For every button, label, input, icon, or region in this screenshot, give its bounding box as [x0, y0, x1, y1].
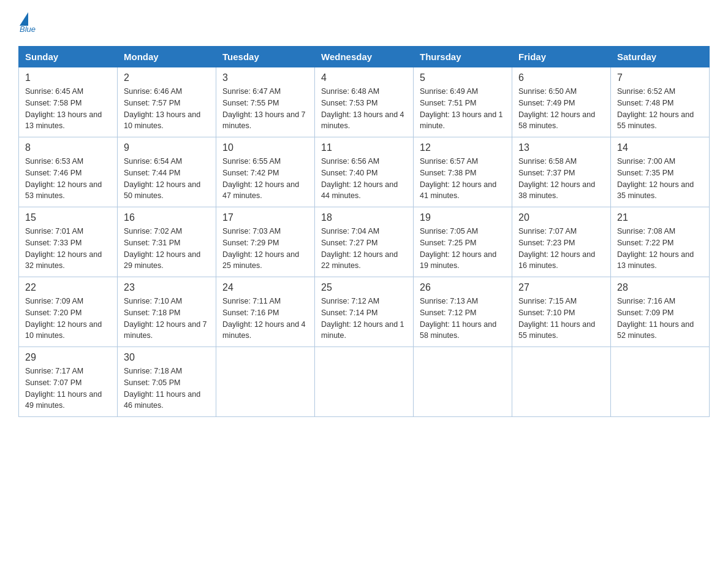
day-number: 22 — [25, 282, 111, 293]
day-info: Sunrise: 6:57 AMSunset: 7:38 PMDaylight:… — [420, 156, 506, 202]
day-info: Sunrise: 7:12 AMSunset: 7:14 PMDaylight:… — [321, 296, 407, 342]
day-cell: 10Sunrise: 6:55 AMSunset: 7:42 PMDayligh… — [216, 137, 315, 207]
day-cell: 4Sunrise: 6:48 AMSunset: 7:53 PMDaylight… — [315, 67, 414, 137]
day-cell: 6Sunrise: 6:50 AMSunset: 7:49 PMDaylight… — [512, 67, 611, 137]
day-cell: 29Sunrise: 7:17 AMSunset: 7:07 PMDayligh… — [19, 347, 118, 417]
day-info: Sunrise: 7:08 AMSunset: 7:22 PMDaylight:… — [617, 226, 703, 272]
day-number: 10 — [222, 142, 308, 153]
day-cell: 27Sunrise: 7:15 AMSunset: 7:10 PMDayligh… — [512, 277, 611, 347]
day-cell: 12Sunrise: 6:57 AMSunset: 7:38 PMDayligh… — [414, 137, 512, 207]
day-info: Sunrise: 7:02 AMSunset: 7:31 PMDaylight:… — [124, 226, 210, 272]
header-saturday: Saturday — [611, 47, 710, 67]
day-info: Sunrise: 6:56 AMSunset: 7:40 PMDaylight:… — [321, 156, 407, 202]
day-number: 24 — [222, 282, 308, 293]
day-number: 20 — [518, 212, 604, 223]
week-row-2: 8Sunrise: 6:53 AMSunset: 7:46 PMDaylight… — [19, 137, 710, 207]
day-info: Sunrise: 7:15 AMSunset: 7:10 PMDaylight:… — [518, 296, 604, 342]
day-info: Sunrise: 6:53 AMSunset: 7:46 PMDaylight:… — [25, 156, 111, 202]
day-number: 18 — [321, 212, 407, 223]
calendar-table: SundayMondayTuesdayWednesdayThursdayFrid… — [18, 46, 710, 417]
week-row-5: 29Sunrise: 7:17 AMSunset: 7:07 PMDayligh… — [19, 347, 710, 417]
day-number: 28 — [617, 282, 703, 293]
day-info: Sunrise: 7:11 AMSunset: 7:16 PMDaylight:… — [222, 296, 308, 342]
day-info: Sunrise: 7:10 AMSunset: 7:18 PMDaylight:… — [124, 296, 210, 342]
day-info: Sunrise: 6:50 AMSunset: 7:49 PMDaylight:… — [518, 86, 604, 132]
day-info: Sunrise: 6:52 AMSunset: 7:48 PMDaylight:… — [617, 86, 703, 132]
day-cell: 28Sunrise: 7:16 AMSunset: 7:09 PMDayligh… — [611, 277, 710, 347]
day-info: Sunrise: 7:07 AMSunset: 7:23 PMDaylight:… — [518, 226, 604, 272]
calendar-header: SundayMondayTuesdayWednesdayThursdayFrid… — [19, 47, 710, 67]
day-number: 25 — [321, 282, 407, 293]
day-info: Sunrise: 6:58 AMSunset: 7:37 PMDaylight:… — [518, 156, 604, 202]
day-number: 19 — [420, 212, 506, 223]
day-cell: 7Sunrise: 6:52 AMSunset: 7:48 PMDaylight… — [611, 67, 710, 137]
day-number: 3 — [222, 72, 308, 83]
day-number: 30 — [124, 352, 210, 363]
day-cell: 23Sunrise: 7:10 AMSunset: 7:18 PMDayligh… — [118, 277, 216, 347]
header-thursday: Thursday — [414, 47, 512, 67]
day-cell: 21Sunrise: 7:08 AMSunset: 7:22 PMDayligh… — [611, 207, 710, 277]
day-cell: 2Sunrise: 6:46 AMSunset: 7:57 PMDaylight… — [118, 67, 216, 137]
day-info: Sunrise: 7:18 AMSunset: 7:05 PMDaylight:… — [124, 366, 210, 412]
day-info: Sunrise: 6:47 AMSunset: 7:55 PMDaylight:… — [222, 86, 308, 132]
day-cell: 19Sunrise: 7:05 AMSunset: 7:25 PMDayligh… — [414, 207, 512, 277]
day-number: 9 — [124, 142, 210, 153]
day-cell: 18Sunrise: 7:04 AMSunset: 7:27 PMDayligh… — [315, 207, 414, 277]
day-cell: 11Sunrise: 6:56 AMSunset: 7:40 PMDayligh… — [315, 137, 414, 207]
day-number: 17 — [222, 212, 308, 223]
day-info: Sunrise: 7:04 AMSunset: 7:27 PMDaylight:… — [321, 226, 407, 272]
logo-text — [18, 12, 29, 26]
header-friday: Friday — [512, 47, 611, 67]
day-number: 27 — [518, 282, 604, 293]
day-cell — [512, 347, 611, 417]
day-info: Sunrise: 7:17 AMSunset: 7:07 PMDaylight:… — [25, 366, 111, 412]
day-number: 11 — [321, 142, 407, 153]
day-cell: 25Sunrise: 7:12 AMSunset: 7:14 PMDayligh… — [315, 277, 414, 347]
day-cell: 15Sunrise: 7:01 AMSunset: 7:33 PMDayligh… — [19, 207, 118, 277]
day-info: Sunrise: 7:03 AMSunset: 7:29 PMDaylight:… — [222, 226, 308, 272]
day-cell: 22Sunrise: 7:09 AMSunset: 7:20 PMDayligh… — [19, 277, 118, 347]
day-info: Sunrise: 6:45 AMSunset: 7:58 PMDaylight:… — [25, 86, 111, 132]
day-cell: 8Sunrise: 6:53 AMSunset: 7:46 PMDaylight… — [19, 137, 118, 207]
day-info: Sunrise: 7:16 AMSunset: 7:09 PMDaylight:… — [617, 296, 703, 342]
day-info: Sunrise: 6:48 AMSunset: 7:53 PMDaylight:… — [321, 86, 407, 132]
day-cell: 26Sunrise: 7:13 AMSunset: 7:12 PMDayligh… — [414, 277, 512, 347]
day-number: 26 — [420, 282, 506, 293]
day-info: Sunrise: 7:00 AMSunset: 7:35 PMDaylight:… — [617, 156, 703, 202]
logo-underline: Blue — [20, 25, 36, 34]
week-row-1: 1Sunrise: 6:45 AMSunset: 7:58 PMDaylight… — [19, 67, 710, 137]
header-sunday: Sunday — [19, 47, 118, 67]
day-number: 8 — [25, 142, 111, 153]
header: Blue — [18, 12, 710, 34]
header-monday: Monday — [118, 47, 216, 67]
header-tuesday: Tuesday — [216, 47, 315, 67]
day-number: 14 — [617, 142, 703, 153]
day-info: Sunrise: 7:09 AMSunset: 7:20 PMDaylight:… — [25, 296, 111, 342]
day-info: Sunrise: 7:13 AMSunset: 7:12 PMDaylight:… — [420, 296, 506, 342]
day-number: 12 — [420, 142, 506, 153]
day-number: 7 — [617, 72, 703, 83]
day-cell: 14Sunrise: 7:00 AMSunset: 7:35 PMDayligh… — [611, 137, 710, 207]
day-number: 5 — [420, 72, 506, 83]
day-cell: 3Sunrise: 6:47 AMSunset: 7:55 PMDaylight… — [216, 67, 315, 137]
day-number: 21 — [617, 212, 703, 223]
day-cell: 20Sunrise: 7:07 AMSunset: 7:23 PMDayligh… — [512, 207, 611, 277]
day-number: 23 — [124, 282, 210, 293]
day-info: Sunrise: 7:01 AMSunset: 7:33 PMDaylight:… — [25, 226, 111, 272]
day-cell — [611, 347, 710, 417]
week-row-3: 15Sunrise: 7:01 AMSunset: 7:33 PMDayligh… — [19, 207, 710, 277]
day-info: Sunrise: 6:49 AMSunset: 7:51 PMDaylight:… — [420, 86, 506, 132]
day-cell: 24Sunrise: 7:11 AMSunset: 7:16 PMDayligh… — [216, 277, 315, 347]
day-info: Sunrise: 6:46 AMSunset: 7:57 PMDaylight:… — [124, 86, 210, 132]
day-number: 15 — [25, 212, 111, 223]
logo: Blue — [18, 12, 36, 34]
day-cell: 16Sunrise: 7:02 AMSunset: 7:31 PMDayligh… — [118, 207, 216, 277]
logo-triangle-icon — [20, 12, 28, 26]
day-number: 4 — [321, 72, 407, 83]
day-cell: 5Sunrise: 6:49 AMSunset: 7:51 PMDaylight… — [414, 67, 512, 137]
day-cell — [414, 347, 512, 417]
week-row-4: 22Sunrise: 7:09 AMSunset: 7:20 PMDayligh… — [19, 277, 710, 347]
day-info: Sunrise: 6:55 AMSunset: 7:42 PMDaylight:… — [222, 156, 308, 202]
day-info: Sunrise: 7:05 AMSunset: 7:25 PMDaylight:… — [420, 226, 506, 272]
day-cell: 9Sunrise: 6:54 AMSunset: 7:44 PMDaylight… — [118, 137, 216, 207]
